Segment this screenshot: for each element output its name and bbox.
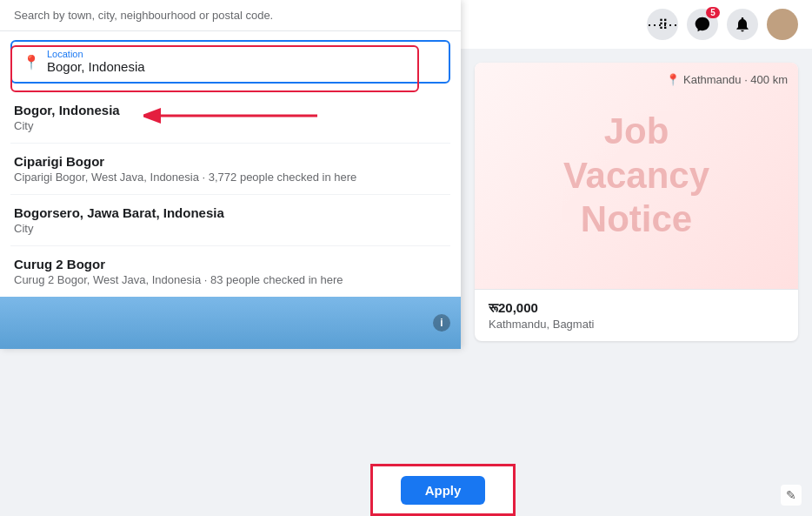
location-text: Kathmandu · 400 km bbox=[683, 73, 788, 86]
messenger-icon[interactable]: 5 bbox=[687, 9, 718, 40]
bottom-apply-bar: Apply bbox=[370, 464, 516, 516]
location-input-wrapper: 📍 Location bbox=[10, 40, 450, 84]
notifications-icon[interactable] bbox=[727, 9, 758, 40]
search-panel: Search by town, city, neighbourhood or p… bbox=[0, 0, 461, 349]
job-vacancy-text: Job Vacancy Notice bbox=[563, 110, 709, 241]
result-name-0: Bogor, Indonesia bbox=[14, 103, 447, 117]
result-item-0[interactable]: Bogor, Indonesia City bbox=[10, 92, 450, 144]
input-inner: Location bbox=[47, 49, 438, 75]
job-card-image: 📍 Kathmandu · 400 km Job Vacancy Notice bbox=[475, 63, 798, 289]
result-name-1: Ciparigi Bogor bbox=[14, 154, 447, 169]
location-input[interactable] bbox=[47, 59, 438, 74]
map-placeholder: i bbox=[0, 297, 461, 349]
job-card-footer: रू20,000 Kathmandu, Bagmati bbox=[475, 289, 798, 341]
job-card: 📍 Kathmandu · 400 km Job Vacancy Notice … bbox=[475, 63, 798, 341]
job-place: Kathmandu, Bagmati bbox=[489, 318, 784, 331]
result-name-2: Bogorsero, Jawa Barat, Indonesia bbox=[14, 205, 447, 220]
grid-icon[interactable]: ⋯⋯ ⠿ bbox=[647, 9, 678, 40]
avatar[interactable] bbox=[767, 9, 798, 40]
result-sub-1: Ciparigi Bogor, West Java, Indonesia · 3… bbox=[14, 171, 447, 184]
result-sub-3: Curug 2 Bogor, West Java, Indonesia · 83… bbox=[14, 273, 447, 286]
result-item-3[interactable]: Curug 2 Bogor Curug 2 Bogor, West Java, … bbox=[10, 246, 450, 298]
edit-icon[interactable]: ✎ bbox=[781, 485, 802, 506]
location-pin-icon: 📍 bbox=[666, 73, 680, 86]
location-badge: 📍 Kathmandu · 400 km bbox=[666, 73, 788, 86]
pin-icon: 📍 bbox=[23, 54, 40, 70]
search-hint: Search by town, city, neighbourhood or p… bbox=[0, 0, 461, 31]
messenger-badge: 5 bbox=[706, 7, 720, 18]
right-content: 📍 Kathmandu · 400 km Job Vacancy Notice … bbox=[461, 49, 812, 516]
result-sub-2: City bbox=[14, 222, 447, 235]
result-item-1[interactable]: Ciparigi Bogor Ciparigi Bogor, West Java… bbox=[10, 144, 450, 195]
result-sub-0: City bbox=[14, 119, 447, 132]
job-price: रू20,000 bbox=[489, 300, 784, 316]
input-label: Location bbox=[47, 49, 438, 59]
map-info-icon: i bbox=[433, 314, 450, 332]
result-item-2[interactable]: Bogorsero, Jawa Barat, Indonesia City bbox=[10, 195, 450, 246]
result-name-3: Curug 2 Bogor bbox=[14, 257, 447, 271]
apply-button[interactable]: Apply bbox=[401, 476, 486, 505]
